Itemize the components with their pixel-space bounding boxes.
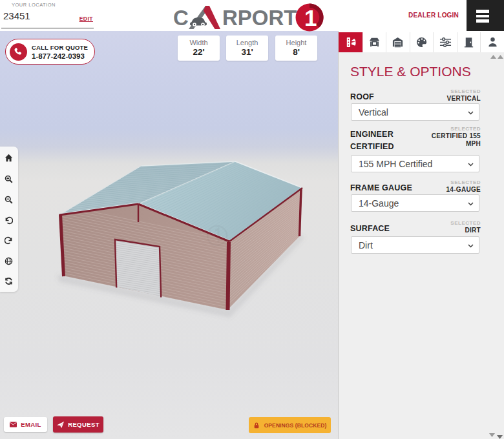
svg-text:1: 1 xyxy=(304,5,317,30)
svg-text:C: C xyxy=(173,6,189,30)
svg-text:RPORT: RPORT xyxy=(222,6,297,30)
